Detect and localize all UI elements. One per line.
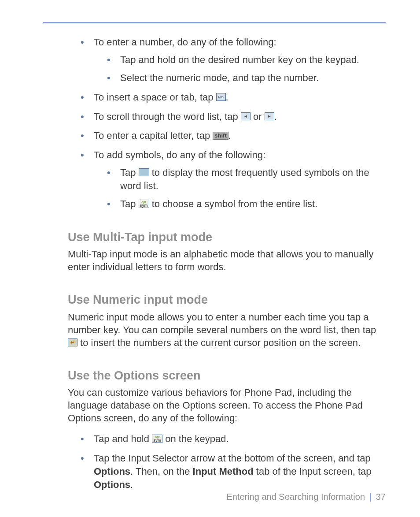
list-item: To enter a number, do any of the followi…: [81, 36, 386, 85]
sym-key-icon: [139, 200, 149, 208]
chapter-title: Entering and Searching Information: [226, 492, 365, 502]
text: .: [130, 479, 133, 490]
heading-numeric: Use Numeric input mode: [68, 292, 386, 308]
text: or: [251, 111, 265, 122]
arrow-right-icon: [265, 112, 274, 120]
bold-text: Input Method: [193, 466, 254, 477]
text: Tap and hold on the desired number key o…: [120, 54, 359, 65]
sym-key-icon: [152, 435, 162, 443]
list-item: Tap the Input Selector arrow at the bott…: [81, 452, 386, 491]
text: To scroll through the word list, tap: [94, 111, 241, 122]
text: to choose a symbol from the entire list.: [149, 198, 318, 209]
list-item: Tap to display the most frequently used …: [107, 166, 386, 192]
text: Tap: [120, 198, 139, 209]
text: Numeric input mode allows you to enter a…: [68, 312, 376, 335]
paragraph: You can customize various behaviors for …: [68, 386, 386, 424]
text: To enter a number, do any of the followi…: [94, 37, 276, 48]
page-footer: Entering and Searching Information | 37: [226, 492, 386, 502]
text: Tap the Input Selector arrow at the bott…: [94, 453, 371, 464]
sub-list: Tap and hold on the desired number key o…: [107, 53, 386, 85]
paragraph: Multi-Tap input mode is an alphabetic mo…: [68, 248, 386, 273]
text: Tap: [120, 167, 139, 178]
arrow-left-icon: [241, 112, 251, 120]
list-item: Tap and hold on the keypad.: [81, 432, 386, 446]
list-item: To scroll through the word list, tap or …: [81, 110, 386, 123]
text: .: [274, 111, 277, 122]
text: to display the most frequently used symb…: [120, 167, 369, 191]
text: tab of the Input screen, tap: [254, 466, 372, 477]
options-bullet-list: Tap and hold on the keypad. Tap the Inpu…: [81, 432, 386, 491]
page-number: 37: [376, 492, 386, 502]
list-item: To insert a space or tab, tap .: [81, 91, 386, 104]
footer-separator: |: [368, 492, 374, 502]
list-item: Tap and hold on the desired number key o…: [107, 53, 386, 67]
sub-list: Tap to display the most frequently used …: [107, 166, 386, 211]
top-rule-divider: [43, 22, 386, 23]
heading-multitap: Use Multi-Tap input mode: [68, 229, 386, 245]
page: To enter a number, do any of the followi…: [0, 0, 420, 517]
list-item: Tap to choose a symbol from the entire l…: [107, 197, 386, 211]
bullet-list: To enter a number, do any of the followi…: [81, 36, 386, 211]
text: on the keypad.: [162, 433, 228, 444]
text: To add symbols, do any of the following:: [94, 149, 265, 160]
tab-key-icon: [216, 93, 226, 101]
content-area: To enter a number, do any of the followi…: [43, 36, 386, 491]
smile-key-icon: [139, 168, 149, 176]
heading-options: Use the Options screen: [68, 368, 386, 383]
paragraph: Numeric input mode allows you to enter a…: [68, 311, 386, 349]
list-item: To enter a capital letter, tap .: [81, 129, 386, 142]
text: To insert a space or tab, tap: [94, 92, 216, 103]
bold-text: Options: [94, 466, 130, 477]
text: . Then, on the: [130, 466, 192, 477]
text: Tap and hold: [94, 433, 152, 444]
text: Select the numeric mode, and tap the num…: [120, 72, 319, 83]
list-item: Select the numeric mode, and tap the num…: [107, 71, 386, 85]
enter-key-icon: [68, 338, 77, 346]
text: To enter a capital letter, tap: [94, 130, 213, 141]
list-item: To add symbols, do any of the following:…: [81, 149, 386, 211]
text: .: [226, 92, 228, 103]
text: to insert the numbers at the current cur…: [77, 337, 361, 348]
bold-text: Options: [94, 479, 130, 490]
text: .: [228, 130, 231, 141]
shift-key-icon: [213, 132, 228, 140]
